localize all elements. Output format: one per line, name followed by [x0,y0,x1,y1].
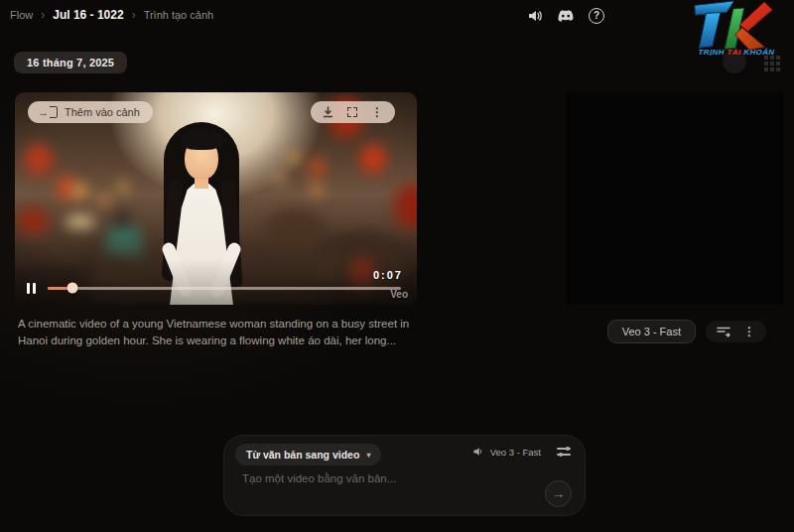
clip-actions: Veo 3 - Fast ⋮ [607,320,766,343]
veo-watermark: Veo [390,289,408,300]
date-badge: 16 tháng 7, 2025 [14,52,127,73]
fullscreen-icon[interactable] [347,107,357,117]
clip-icon-group: ⋮ [706,321,766,342]
avatar[interactable] [723,50,746,73]
apps-grid-icon[interactable] [764,56,780,71]
breadcrumb-project[interactable]: Jul 16 - 1022 [53,8,123,22]
prompt-caption[interactable]: A cinematic video of a young Vietnamese … [18,316,427,350]
tk-logo-icon [687,0,778,52]
empty-scene-area [566,92,784,305]
progress-handle[interactable] [66,283,77,294]
video-player[interactable]: → Thêm vào cảnh ⋮ 0:07 Veo [15,92,417,305]
composer-model-selector[interactable]: Veo 3 - Fast [472,446,541,458]
tk-watermark-logo: TRỊNH TÀI KHOẢN [687,0,786,57]
composer-model-label: Veo 3 - Fast [490,447,541,458]
video-toolbar: ⋮ [311,101,395,123]
prompt-composer: Từ văn bản sang video ▾ Veo 3 - Fast → [223,435,586,516]
breadcrumb-page: Trình tạo cảnh [144,9,214,21]
help-icon[interactable]: ? [588,7,605,25]
more-options-icon[interactable]: ⋮ [371,107,383,117]
download-icon[interactable] [323,106,333,118]
send-button[interactable]: → [545,480,572,507]
add-to-scene-button[interactable]: → Thêm vào cảnh [28,101,153,123]
chevron-down-icon: ▾ [366,451,370,460]
breadcrumb: Flow › Jul 16 - 1022 › Trình tạo cảnh [10,8,213,22]
add-to-queue-icon[interactable] [717,326,730,337]
breadcrumb-home[interactable]: Flow [10,9,33,21]
top-bar: Flow › Jul 16 - 1022 › Trình tạo cảnh ? [0,0,794,32]
flow-app-window: Flow › Jul 16 - 1022 › Trình tạo cảnh ? [0,0,794,532]
volume-icon [472,446,484,458]
discord-icon[interactable] [557,7,575,25]
tune-settings-icon[interactable] [557,446,571,458]
add-to-scene-icon: → [38,106,58,118]
mode-label: Từ văn bản sang video [246,449,359,461]
model-badge-button[interactable]: Veo 3 - Fast [607,320,696,343]
chevron-right-icon: › [41,8,45,22]
video-timestamp: 0:07 [373,269,403,281]
mode-selector[interactable]: Từ văn bản sang video ▾ [235,444,381,466]
video-frame [15,92,417,305]
top-toolbar: ? [526,7,605,25]
chevron-right-icon: › [132,8,136,22]
volume-icon[interactable] [526,7,544,25]
pause-button[interactable] [27,283,36,294]
add-to-scene-label: Thêm vào cảnh [65,106,140,118]
more-options-icon[interactable]: ⋮ [743,327,755,336]
video-progress-bar[interactable] [48,287,401,291]
prompt-input[interactable] [240,471,572,485]
composer-settings: Veo 3 - Fast [472,446,571,458]
